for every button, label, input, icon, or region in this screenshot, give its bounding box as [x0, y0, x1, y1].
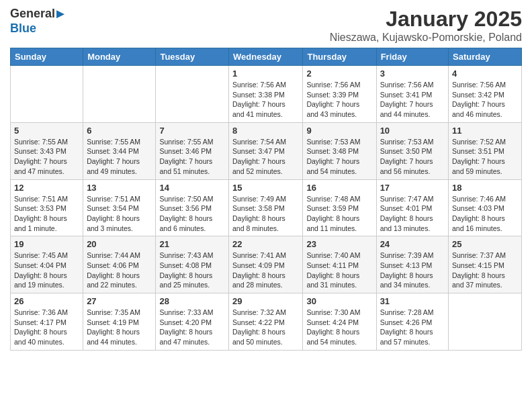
- calendar-week-3: 12Sunrise: 7:51 AM Sunset: 3:53 PM Dayli…: [11, 179, 522, 236]
- day-info: Sunrise: 7:50 AM Sunset: 3:56 PM Dayligh…: [159, 194, 225, 234]
- calendar-cell: 29Sunrise: 7:32 AM Sunset: 4:22 PM Dayli…: [229, 293, 303, 351]
- day-number: 8: [232, 126, 299, 136]
- calendar-cell: 16Sunrise: 7:48 AM Sunset: 3:59 PM Dayli…: [303, 179, 376, 236]
- calendar-cell: 12Sunrise: 7:51 AM Sunset: 3:53 PM Dayli…: [11, 179, 83, 236]
- day-info: Sunrise: 7:40 AM Sunset: 4:11 PM Dayligh…: [306, 250, 372, 290]
- calendar-week-2: 5Sunrise: 7:55 AM Sunset: 3:43 PM Daylig…: [11, 122, 522, 179]
- logo-blue-text: Blue: [10, 21, 64, 36]
- location-subtitle: Nieszawa, Kujawsko-Pomorskie, Poland: [330, 32, 522, 44]
- day-number: 11: [452, 126, 518, 136]
- calendar-cell: 3Sunrise: 7:56 AM Sunset: 3:41 PM Daylig…: [376, 66, 448, 123]
- day-info: Sunrise: 7:56 AM Sunset: 3:41 PM Dayligh…: [380, 80, 445, 120]
- calendar-cell: 24Sunrise: 7:39 AM Sunset: 4:13 PM Dayli…: [376, 236, 448, 293]
- day-info: Sunrise: 7:54 AM Sunset: 3:47 PM Dayligh…: [232, 137, 299, 177]
- calendar-cell: 18Sunrise: 7:46 AM Sunset: 4:03 PM Dayli…: [449, 179, 522, 236]
- day-number: 5: [14, 126, 79, 136]
- calendar-week-5: 26Sunrise: 7:36 AM Sunset: 4:17 PM Dayli…: [11, 293, 522, 351]
- header-day-tuesday: Tuesday: [156, 48, 229, 66]
- calendar-cell: 2Sunrise: 7:56 AM Sunset: 3:39 PM Daylig…: [303, 66, 376, 123]
- day-number: 24: [380, 239, 445, 249]
- day-info: Sunrise: 7:32 AM Sunset: 4:22 PM Dayligh…: [232, 308, 299, 347]
- day-info: Sunrise: 7:53 AM Sunset: 3:50 PM Dayligh…: [380, 137, 445, 177]
- calendar-cell: 4Sunrise: 7:56 AM Sunset: 3:42 PM Daylig…: [449, 66, 522, 123]
- calendar-week-4: 19Sunrise: 7:45 AM Sunset: 4:04 PM Dayli…: [11, 236, 522, 293]
- day-number: 6: [87, 126, 152, 136]
- calendar-cell: 19Sunrise: 7:45 AM Sunset: 4:04 PM Dayli…: [11, 236, 83, 293]
- day-number: 9: [306, 126, 372, 136]
- calendar-cell: 8Sunrise: 7:54 AM Sunset: 3:47 PM Daylig…: [229, 122, 303, 179]
- calendar-cell: 20Sunrise: 7:44 AM Sunset: 4:06 PM Dayli…: [83, 236, 156, 293]
- logo: General Blue: [10, 7, 64, 36]
- day-number: 29: [232, 296, 299, 306]
- day-number: 1: [232, 68, 299, 79]
- day-info: Sunrise: 7:48 AM Sunset: 3:59 PM Dayligh…: [306, 194, 372, 234]
- day-info: Sunrise: 7:45 AM Sunset: 4:04 PM Dayligh…: [14, 250, 79, 290]
- calendar-cell: 11Sunrise: 7:52 AM Sunset: 3:51 PM Dayli…: [449, 122, 522, 179]
- day-info: Sunrise: 7:33 AM Sunset: 4:20 PM Dayligh…: [159, 308, 225, 347]
- day-number: 12: [14, 183, 79, 193]
- day-info: Sunrise: 7:56 AM Sunset: 3:38 PM Dayligh…: [232, 80, 299, 120]
- calendar-cell: 31Sunrise: 7:28 AM Sunset: 4:26 PM Dayli…: [376, 293, 448, 351]
- calendar-cell: 5Sunrise: 7:55 AM Sunset: 3:43 PM Daylig…: [11, 122, 83, 179]
- day-number: 18: [452, 183, 518, 193]
- calendar-cell: 6Sunrise: 7:55 AM Sunset: 3:44 PM Daylig…: [83, 122, 156, 179]
- calendar-cell: 7Sunrise: 7:55 AM Sunset: 3:46 PM Daylig…: [156, 122, 229, 179]
- calendar-cell: 21Sunrise: 7:43 AM Sunset: 4:08 PM Dayli…: [156, 236, 229, 293]
- day-number: 10: [380, 126, 445, 136]
- day-number: 27: [87, 296, 152, 306]
- calendar-cell: [449, 293, 522, 351]
- day-number: 22: [232, 239, 299, 249]
- day-number: 2: [306, 68, 372, 79]
- logo-arrow-icon: [56, 10, 64, 18]
- day-number: 17: [380, 183, 445, 193]
- header-day-monday: Monday: [83, 48, 156, 66]
- day-number: 14: [159, 183, 225, 193]
- day-info: Sunrise: 7:51 AM Sunset: 3:53 PM Dayligh…: [14, 194, 79, 234]
- day-number: 7: [159, 126, 225, 136]
- day-number: 31: [380, 296, 445, 306]
- day-number: 4: [452, 68, 518, 79]
- month-title: January 2025: [330, 7, 522, 32]
- calendar-cell: 23Sunrise: 7:40 AM Sunset: 4:11 PM Dayli…: [303, 236, 376, 293]
- calendar-cell: [156, 66, 229, 123]
- day-number: 20: [87, 239, 152, 249]
- calendar-cell: 15Sunrise: 7:49 AM Sunset: 3:58 PM Dayli…: [229, 179, 303, 236]
- day-info: Sunrise: 7:49 AM Sunset: 3:58 PM Dayligh…: [232, 194, 299, 234]
- calendar-week-1: 1Sunrise: 7:56 AM Sunset: 3:38 PM Daylig…: [11, 66, 522, 123]
- calendar-cell: 1Sunrise: 7:56 AM Sunset: 3:38 PM Daylig…: [229, 66, 303, 123]
- day-info: Sunrise: 7:36 AM Sunset: 4:17 PM Dayligh…: [14, 308, 79, 347]
- calendar-cell: 14Sunrise: 7:50 AM Sunset: 3:56 PM Dayli…: [156, 179, 229, 236]
- page-header: General Blue January 2025 Nieszawa, Kuja…: [10, 7, 522, 44]
- day-info: Sunrise: 7:37 AM Sunset: 4:15 PM Dayligh…: [452, 250, 518, 290]
- day-info: Sunrise: 7:55 AM Sunset: 3:44 PM Dayligh…: [87, 137, 152, 177]
- calendar-cell: 30Sunrise: 7:30 AM Sunset: 4:24 PM Dayli…: [303, 293, 376, 351]
- calendar-cell: 26Sunrise: 7:36 AM Sunset: 4:17 PM Dayli…: [11, 293, 83, 351]
- calendar-table: SundayMondayTuesdayWednesdayThursdayFrid…: [10, 48, 522, 351]
- calendar-cell: 25Sunrise: 7:37 AM Sunset: 4:15 PM Dayli…: [449, 236, 522, 293]
- calendar-cell: 10Sunrise: 7:53 AM Sunset: 3:50 PM Dayli…: [376, 122, 448, 179]
- day-number: 3: [380, 68, 445, 79]
- day-info: Sunrise: 7:52 AM Sunset: 3:51 PM Dayligh…: [452, 137, 518, 177]
- header-day-friday: Friday: [376, 48, 448, 66]
- day-number: 19: [14, 239, 79, 249]
- logo-general-text: General: [10, 7, 55, 20]
- header-day-wednesday: Wednesday: [229, 48, 303, 66]
- day-number: 26: [14, 296, 79, 306]
- calendar-header-row: SundayMondayTuesdayWednesdayThursdayFrid…: [11, 48, 522, 66]
- day-number: 30: [306, 296, 372, 306]
- calendar-cell: [11, 66, 83, 123]
- header-day-thursday: Thursday: [303, 48, 376, 66]
- header-day-sunday: Sunday: [11, 48, 83, 66]
- day-number: 21: [159, 239, 225, 249]
- calendar-cell: 9Sunrise: 7:53 AM Sunset: 3:48 PM Daylig…: [303, 122, 376, 179]
- day-number: 15: [232, 183, 299, 193]
- header-day-saturday: Saturday: [449, 48, 522, 66]
- day-info: Sunrise: 7:35 AM Sunset: 4:19 PM Dayligh…: [87, 308, 152, 347]
- day-number: 16: [306, 183, 372, 193]
- day-info: Sunrise: 7:56 AM Sunset: 3:39 PM Dayligh…: [306, 80, 372, 120]
- day-info: Sunrise: 7:47 AM Sunset: 4:01 PM Dayligh…: [380, 194, 445, 234]
- day-info: Sunrise: 7:55 AM Sunset: 3:43 PM Dayligh…: [14, 137, 79, 177]
- day-number: 28: [159, 296, 225, 306]
- day-number: 25: [452, 239, 518, 249]
- day-info: Sunrise: 7:41 AM Sunset: 4:09 PM Dayligh…: [232, 250, 299, 290]
